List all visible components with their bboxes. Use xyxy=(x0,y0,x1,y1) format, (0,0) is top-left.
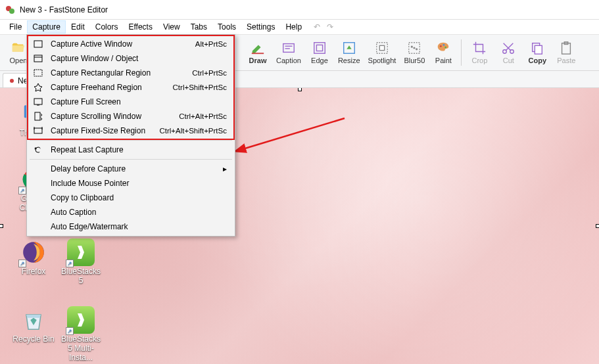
scroll-icon xyxy=(32,110,44,122)
svg-rect-33 xyxy=(34,55,42,62)
shortcut-arrow-icon: ↗ xyxy=(66,260,74,267)
repeat-icon xyxy=(32,144,44,156)
undo-icon[interactable]: ↶ xyxy=(314,22,320,32)
cut-button[interactable]: Cut xyxy=(494,37,523,68)
tab-modified-icon xyxy=(10,79,14,83)
capture-window-object[interactable]: Capture Window / Object xyxy=(28,51,233,66)
copy-to-clipboard[interactable]: Copy to Clipboard xyxy=(28,191,233,205)
crop-label: Crop xyxy=(471,57,487,64)
menu-help[interactable]: Help xyxy=(280,20,307,34)
draw-icon xyxy=(251,41,265,55)
blur50-button[interactable]: Blur50 xyxy=(400,37,429,68)
svg-rect-10 xyxy=(379,45,384,50)
fullscreen-icon xyxy=(32,96,44,108)
icon-label: BlueStacks 5 Multi-Insta... xyxy=(58,334,104,362)
open-label: Open xyxy=(10,57,28,64)
menu-edit[interactable]: Edit xyxy=(66,20,90,34)
menu-file[interactable]: File xyxy=(4,20,27,34)
menu-tools[interactable]: Tools xyxy=(212,20,241,34)
menu-separator xyxy=(30,140,232,141)
svg-rect-21 xyxy=(535,45,542,54)
desktop-icon-bluestacks5[interactable]: ↗ BlueStacks 5 xyxy=(58,239,104,285)
icon-label: Firefox xyxy=(22,267,46,276)
svg-rect-35 xyxy=(34,70,42,76)
submenu-arrow-icon: ▸ xyxy=(223,164,227,173)
title-bar: New 3 - FastStone Editor xyxy=(0,0,599,20)
repeat-last-capture[interactable]: Repeat Last Capture xyxy=(28,143,233,157)
svg-point-1 xyxy=(9,9,14,14)
desktop-icon-firefox[interactable]: ↗ Firefox xyxy=(11,239,57,276)
delay-before-capture[interactable]: Delay before Capture ▸ xyxy=(28,162,233,176)
copy-label: Copy xyxy=(529,57,547,64)
capture-fixed-size[interactable]: Capture Fixed-Size Region Ctrl+Alt+Shift… xyxy=(28,124,233,138)
resize-icon xyxy=(342,41,356,55)
selection-handle-right[interactable] xyxy=(596,224,599,228)
svg-rect-3 xyxy=(283,44,295,53)
resize-button[interactable]: Resize xyxy=(334,37,364,68)
recycle-bin-icon xyxy=(20,306,47,334)
edge-button[interactable]: Edge xyxy=(305,37,334,68)
rect-icon xyxy=(32,67,44,79)
capture-active-window[interactable]: Capture Active Window Alt+PrtSc xyxy=(28,37,233,51)
app-logo-icon xyxy=(5,5,16,15)
edge-icon xyxy=(312,41,327,55)
icon-label: Recycle Bin xyxy=(12,334,54,344)
svg-rect-38 xyxy=(35,112,40,120)
folder-open-icon xyxy=(11,41,26,55)
capture-fullscreen[interactable]: Capture Full Screen xyxy=(28,95,233,109)
menu-effects[interactable]: Effects xyxy=(123,20,157,34)
menu-tabs[interactable]: Tabs xyxy=(185,20,212,34)
edge-label: Edge xyxy=(311,57,328,64)
draw-label: Draw xyxy=(249,57,267,64)
menu-bar: File Capture Edit Colors Effects View Ta… xyxy=(0,20,599,34)
paste-icon xyxy=(559,41,573,55)
blur50-label: Blur50 xyxy=(404,57,425,64)
draw-button[interactable]: Draw xyxy=(243,37,272,68)
paste-button[interactable]: Paste xyxy=(552,37,581,68)
menu-settings[interactable]: Settings xyxy=(241,20,280,34)
selection-handle-left[interactable] xyxy=(0,224,3,228)
selection-handle-top[interactable] xyxy=(298,88,302,91)
firefox-icon: ↗ xyxy=(20,239,47,266)
auto-edge-watermark[interactable]: Auto Edge/Watermark xyxy=(28,219,233,234)
menu-view[interactable]: View xyxy=(158,20,185,34)
cut-icon xyxy=(501,41,515,55)
svg-point-15 xyxy=(440,45,442,47)
resize-label: Resize xyxy=(338,57,360,64)
menu-separator xyxy=(30,159,232,160)
toolbar-separator xyxy=(461,39,462,66)
capture-rectangular[interactable]: Capture Rectangular Region Ctrl+PrtSc xyxy=(28,66,233,80)
spotlight-icon xyxy=(375,41,389,55)
capture-dropdown: Capture Active Window Alt+PrtSc Capture … xyxy=(26,34,235,237)
menu-colors[interactable]: Colors xyxy=(90,20,124,34)
menu-capture[interactable]: Capture xyxy=(27,20,66,34)
svg-point-17 xyxy=(445,47,447,49)
copy-button[interactable]: Copy xyxy=(523,37,552,68)
shortcut-arrow-icon: ↗ xyxy=(18,260,26,267)
icon-label: BlueStacks 5 xyxy=(58,267,104,285)
capture-scrolling[interactable]: Capture Scrolling Window Ctrl+Alt+PrtSc xyxy=(28,109,233,124)
caption-button[interactable]: Caption xyxy=(272,37,305,68)
freehand-icon xyxy=(32,81,44,93)
fixed-icon xyxy=(32,125,44,137)
paint-button[interactable]: Paint xyxy=(429,37,458,68)
crop-icon xyxy=(472,41,487,55)
bluestacks-icon: ↗ xyxy=(67,239,95,266)
svg-rect-36 xyxy=(34,99,42,104)
auto-caption[interactable]: Auto Caption xyxy=(28,205,233,219)
desktop-icon-recycle[interactable]: Recycle Bin xyxy=(11,306,57,344)
capture-freehand[interactable]: Capture Freehand Region Ctrl+Shift+PrtSc xyxy=(28,80,233,95)
shortcut-arrow-icon: ↗ xyxy=(66,327,74,335)
include-mouse-pointer[interactable]: Include Mouse Pointer xyxy=(28,176,233,191)
spotlight-button[interactable]: Spotlight xyxy=(364,37,400,68)
redo-icon[interactable]: ↷ xyxy=(327,22,333,32)
desktop-icon-bluestacks-multi[interactable]: ↗ BlueStacks 5 Multi-Insta... xyxy=(58,306,104,362)
paint-icon xyxy=(436,41,450,55)
window-icon xyxy=(32,38,44,50)
svg-rect-32 xyxy=(34,41,42,47)
crop-button[interactable]: Crop xyxy=(465,37,494,68)
caption-label: Caption xyxy=(276,57,301,64)
svg-rect-7 xyxy=(316,45,322,51)
svg-rect-2 xyxy=(252,53,264,54)
svg-point-13 xyxy=(412,46,413,47)
